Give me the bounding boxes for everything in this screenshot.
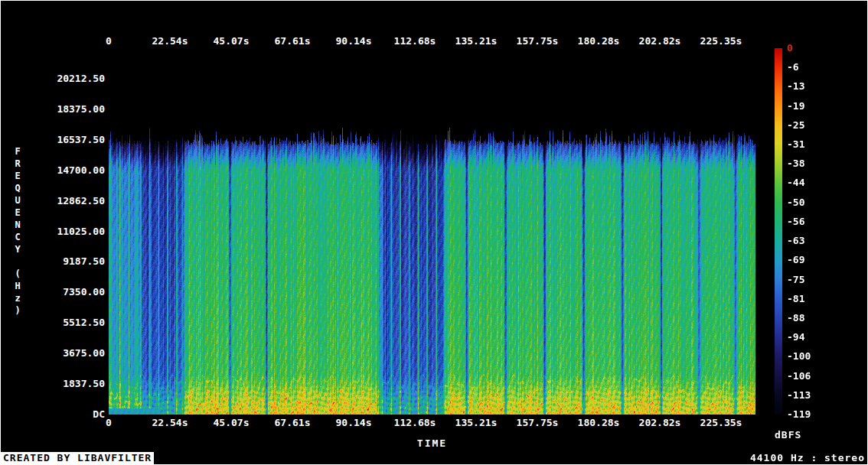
y-axis-title-text: FREQUENCY (Hz) xyxy=(12,146,23,317)
legend-tick-label: -56 xyxy=(787,216,804,227)
x-tick-label: 112.68s xyxy=(394,36,436,47)
legend-tick-label: -13 xyxy=(787,81,804,92)
legend-tick-label: -63 xyxy=(787,236,804,246)
x-tick-label: 135.21s xyxy=(455,418,498,428)
x-tick-label: 45.07s xyxy=(214,36,250,47)
spectrogram-canvas xyxy=(109,48,755,415)
legend-tick-label: -88 xyxy=(787,313,804,324)
x-tick-label: 135.21s xyxy=(455,36,498,47)
x-tick-label: 0 xyxy=(106,418,112,428)
legend-tick-label: -81 xyxy=(787,294,804,304)
stream-info: 44100 Hz : stereo xyxy=(750,452,865,463)
legend-tick-label: -119 xyxy=(787,409,811,420)
x-tick-label: 67.61s xyxy=(275,418,311,428)
legend-tick-label: 0 xyxy=(787,43,793,54)
legend-unit-label: dBFS xyxy=(775,429,801,441)
x-tick-label: 180.28s xyxy=(578,418,620,428)
legend-tick-label: -94 xyxy=(787,332,804,343)
legend-tick-label: -38 xyxy=(787,158,804,169)
legend-tick-label: -106 xyxy=(787,371,811,382)
legend-tick-label: -69 xyxy=(787,255,804,265)
x-tick-label: 202.82s xyxy=(639,418,681,428)
x-tick-label: 22.54s xyxy=(152,36,188,47)
x-tick-label: 90.14s xyxy=(336,36,372,47)
legend-colorbar xyxy=(775,48,782,415)
x-tick-label: 0 xyxy=(106,36,112,47)
legend-tick-label: -31 xyxy=(787,139,804,150)
legend-tick-label: -75 xyxy=(787,275,804,285)
credit-text: CREATED BY LIBAVFILTER xyxy=(1,452,154,464)
legend-tick-label: -19 xyxy=(787,101,804,112)
spectrogram-window: FREQUENCY (Hz) 20212.5018375.0016537.501… xyxy=(0,0,868,465)
legend-tick-label: -50 xyxy=(787,197,804,208)
x-tick-label: 112.68s xyxy=(394,418,436,428)
x-tick-label: 180.28s xyxy=(578,36,620,47)
legend-tick-label: -44 xyxy=(787,177,804,188)
x-tick-label: 225.35s xyxy=(700,418,742,428)
x-tick-label: 225.35s xyxy=(700,36,742,47)
x-tick-label: 202.82s xyxy=(639,36,681,47)
legend-tick-label: -113 xyxy=(787,390,811,401)
legend-tick-label: -6 xyxy=(787,62,799,73)
x-tick-label: 22.54s xyxy=(152,418,188,428)
x-tick-label: 45.07s xyxy=(214,418,250,428)
y-axis-title: FREQUENCY (Hz) xyxy=(8,48,27,415)
x-tick-label: 90.14s xyxy=(336,418,372,428)
x-tick-label: 67.61s xyxy=(275,36,311,47)
x-tick-label: 157.75s xyxy=(517,36,559,47)
legend-tick-label: -25 xyxy=(787,120,804,131)
legend-tick-label: -100 xyxy=(787,351,811,362)
x-axis-title: TIME xyxy=(109,437,755,449)
x-tick-label: 157.75s xyxy=(517,418,559,428)
